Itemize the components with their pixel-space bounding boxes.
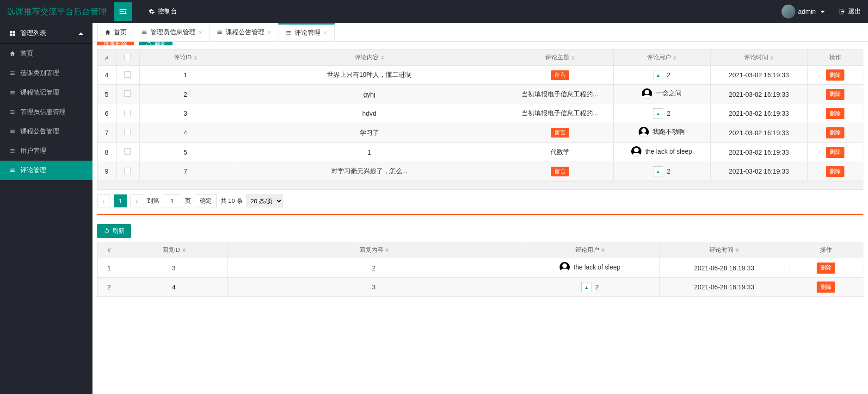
reply-time: 2021-06-28 16:19:33 xyxy=(659,278,789,297)
delete-button[interactable]: 删除 xyxy=(826,89,844,100)
delete-button[interactable]: 删除 xyxy=(826,108,844,119)
sidebar-group-header[interactable]: 管理列表 xyxy=(0,23,92,44)
row-checkbox[interactable] xyxy=(124,90,131,97)
delete-button[interactable]: 删除 xyxy=(826,166,844,177)
table2-header-0: # xyxy=(98,242,121,258)
row-index: 6 xyxy=(98,104,116,123)
pager-prev-button[interactable]: ‹ xyxy=(97,194,110,207)
delete-button[interactable]: 删除 xyxy=(817,281,835,293)
comment-time: 2021-03-02 16:19:33 xyxy=(710,123,807,143)
row-index: 2 xyxy=(98,278,121,297)
table-row: 243▲22021-06-28 16:19:33删除 xyxy=(98,278,863,297)
pager-next-button[interactable]: › xyxy=(130,194,143,207)
delete-button[interactable]: 删除 xyxy=(826,147,844,158)
header-label: 操作 xyxy=(829,54,841,61)
menu-toggle-button[interactable] xyxy=(114,2,132,21)
sort-icon[interactable] xyxy=(571,56,575,60)
topic-text: 代数学 xyxy=(550,148,570,156)
table1-header-6[interactable]: 评论时间 xyxy=(710,50,807,66)
delete-button[interactable]: 删除 xyxy=(817,263,835,274)
sort-icon[interactable] xyxy=(770,56,774,60)
sidebar-item-label: 评论管理 xyxy=(20,166,46,175)
table1-header-3[interactable]: 评论内容 xyxy=(232,50,507,66)
tab-label: 评论管理 xyxy=(295,29,320,37)
topic-text: 当初填报电子信息工程的... xyxy=(522,90,598,98)
tab-close-icon[interactable]: × xyxy=(267,29,271,36)
sidebar-item-label: 用户管理 xyxy=(20,147,46,155)
table1-header-0: # xyxy=(98,50,116,66)
user-image-placeholder-icon: ▲ xyxy=(653,108,663,119)
pager-pagesize-select[interactable]: 20 条/页 xyxy=(246,194,283,207)
sidebar-item-6[interactable]: 评论管理 xyxy=(0,161,92,180)
sort-icon[interactable] xyxy=(735,248,739,252)
table1-header-4[interactable]: 评论主题 xyxy=(507,50,613,66)
row-checkbox[interactable] xyxy=(124,71,131,78)
sort-icon[interactable] xyxy=(381,56,384,60)
refresh-replies-button[interactable]: 刷新 xyxy=(97,224,131,238)
pager-page-label: 页 xyxy=(185,197,191,205)
sidebar-item-4[interactable]: 课程公告管理 xyxy=(0,122,92,141)
console-button[interactable]: 控制台 xyxy=(142,0,184,23)
refresh-icon xyxy=(104,228,110,234)
sort-icon[interactable] xyxy=(601,248,605,252)
sidebar-item-1[interactable]: 选课类别管理 xyxy=(0,63,92,83)
sidebar-item-2[interactable]: 课程笔记管理 xyxy=(0,83,92,102)
table1-header-5[interactable]: 评论用户 xyxy=(613,50,710,66)
logout-button[interactable]: 退出 xyxy=(832,0,868,23)
pager-page-1[interactable]: 1 xyxy=(114,194,127,207)
sort-icon[interactable] xyxy=(385,248,389,252)
header-label: 操作 xyxy=(820,246,832,253)
horizontal-scrollbar[interactable] xyxy=(97,181,863,190)
sidebar-item-0[interactable]: 首页 xyxy=(0,44,92,63)
table2-header-3[interactable]: 评论用户 xyxy=(521,242,659,258)
comment-id: 7 xyxy=(139,162,232,181)
table-row: 74学习了留言我跑不动啊2021-03-02 16:19:33删除 xyxy=(98,123,863,143)
tab-close-icon[interactable]: × xyxy=(198,29,202,36)
comment-content: 对学习毫无兴趣了，怎么... xyxy=(232,162,507,181)
comment-user: 2 xyxy=(667,168,671,175)
row-checkbox[interactable] xyxy=(124,168,131,174)
table2-header-2[interactable]: 回复内容 xyxy=(227,242,521,258)
reply-content: 2 xyxy=(227,258,521,278)
table2-header-1[interactable]: 回复ID xyxy=(121,242,227,258)
tab-0[interactable]: 首页 xyxy=(97,23,134,41)
list-icon xyxy=(9,128,16,135)
reply-user: 2 xyxy=(595,283,599,291)
menu-indent-icon xyxy=(118,7,128,16)
table1-header-1 xyxy=(116,50,139,66)
comment-time: 2021-03-02 16:19:33 xyxy=(710,104,807,123)
reply-id: 4 xyxy=(121,278,227,297)
table1-header-2[interactable]: 评论ID xyxy=(139,50,232,66)
topic-badge: 留言 xyxy=(551,70,569,80)
sort-icon[interactable] xyxy=(673,56,677,60)
replies-table: #回复ID回复内容评论用户评论时间操作 132the lack of sleep… xyxy=(97,242,863,297)
sort-icon[interactable] xyxy=(194,56,197,60)
avatar xyxy=(782,5,795,19)
batch-delete-button[interactable]: 批量删除 xyxy=(97,42,134,45)
divider xyxy=(97,214,863,215)
delete-button[interactable]: 删除 xyxy=(826,127,844,138)
comment-id: 3 xyxy=(139,104,232,123)
row-checkbox[interactable] xyxy=(124,148,131,155)
refresh-button[interactable]: 刷新 xyxy=(139,42,172,45)
pager-confirm-button[interactable]: 确定 xyxy=(195,194,217,207)
delete-button[interactable]: 删除 xyxy=(826,69,844,81)
user-menu[interactable]: admin xyxy=(775,0,832,23)
select-all-checkbox[interactable] xyxy=(124,54,131,60)
sort-icon[interactable] xyxy=(182,248,186,252)
row-checkbox[interactable] xyxy=(124,110,131,116)
tab-3[interactable]: 评论管理× xyxy=(278,23,334,41)
sidebar-item-5[interactable]: 用户管理 xyxy=(0,141,92,161)
table-row: 97对学习毫无兴趣了，怎么...留言▲22021-03-02 16:19:33删… xyxy=(98,162,863,181)
sidebar-item-3[interactable]: 管理员信息管理 xyxy=(0,102,92,122)
row-checkbox[interactable] xyxy=(124,129,131,135)
tab-2[interactable]: 课程公告管理× xyxy=(209,23,278,41)
tab-close-icon[interactable]: × xyxy=(323,29,327,37)
tab-1[interactable]: 管理员信息管理× xyxy=(134,23,209,41)
table-row: 52gyhj当初填报电子信息工程的...一念之间2021-03-02 16:19… xyxy=(98,85,863,104)
user-image-placeholder-icon: ▲ xyxy=(581,282,591,292)
pager-page-input[interactable] xyxy=(163,194,181,207)
header-label: 回复内容 xyxy=(359,246,383,253)
tab-label: 首页 xyxy=(114,28,127,37)
table2-header-4[interactable]: 评论时间 xyxy=(659,242,789,258)
